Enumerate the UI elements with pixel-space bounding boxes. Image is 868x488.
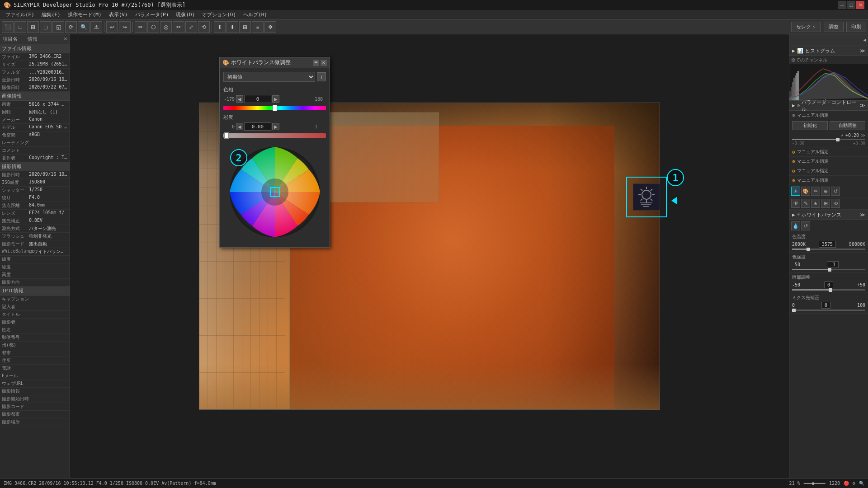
da-val[interactable]: 0 (824, 282, 833, 288)
toolbar-btn-batch[interactable]: ≡ (252, 21, 264, 33)
tool-copy-btn[interactable]: ⊞ (821, 199, 830, 208)
image-info-title: 画像情報 (0, 92, 70, 101)
sat-slider-thumb[interactable] (224, 132, 229, 139)
adjust-button[interactable]: 調整 (824, 22, 844, 32)
exp-slider[interactable] (792, 139, 865, 140)
param-header[interactable]: ▶ ⚙ パラメータ・コントロール ≫ (789, 101, 868, 111)
minimize-button[interactable]: ─ (838, 1, 846, 9)
right-panel-expand[interactable]: ◀ (863, 37, 866, 43)
info-row-shutter: シャッター 1/250 (0, 187, 70, 194)
toolbar-btn-export3[interactable]: ⊞ (239, 21, 251, 33)
sat-value[interactable]: 0.00 (244, 122, 271, 131)
histogram-expand-right[interactable]: ≫ (860, 48, 865, 54)
wb-picker-btn[interactable]: 💧 (791, 221, 800, 230)
toolbar-btn-4[interactable]: ◻ (40, 21, 52, 33)
print-button[interactable]: 印刷 (846, 22, 866, 32)
menu-help[interactable]: ヘルプ(H) (240, 10, 271, 19)
toolbar-btn-1[interactable]: ⬛ (2, 21, 14, 33)
toolbar-btn-6[interactable]: ⟳ (65, 21, 77, 33)
tool-star-btn[interactable]: ★ (811, 199, 820, 208)
status-icon-1[interactable]: 🔴 (844, 481, 849, 486)
select-button[interactable]: セレクト (791, 22, 821, 32)
tool-color-btn[interactable]: 🎨 (801, 187, 810, 196)
dialog-close-button[interactable]: ✕ (321, 60, 327, 66)
ct-val[interactable]: 3575 (819, 241, 836, 248)
toolbar-btn-tool6[interactable]: ⟲ (198, 21, 210, 33)
title-bar-controls: ─ □ ✕ (838, 1, 864, 9)
menu-parameter[interactable]: パラメータ(P) (132, 10, 173, 19)
tool-detail-btn[interactable]: ⊕ (821, 187, 830, 196)
menu-develop[interactable]: 現像(D) (172, 10, 198, 19)
ci-thumb[interactable] (828, 268, 831, 272)
tool-rotate-btn[interactable]: ⟲ (831, 199, 840, 208)
toolbar-btn-7[interactable]: 🔍 (78, 21, 90, 33)
toolbar-redo[interactable]: ↪ (119, 21, 131, 33)
toolbar-btn-export2[interactable]: ⬇ (226, 21, 238, 33)
ml-val[interactable]: 0 (821, 302, 830, 309)
status-zoom-slider[interactable]: ━━━●━━━━ (804, 481, 826, 486)
menu-option[interactable]: オプション(O) (198, 10, 240, 19)
ml-thumb[interactable] (792, 309, 796, 312)
menu-edit[interactable]: 編集(E) (38, 10, 64, 19)
preset-select[interactable]: 初期値 (223, 72, 315, 82)
tool-eye-btn[interactable]: 👁 (791, 199, 800, 208)
menu-view[interactable]: 表示(V) (105, 10, 132, 19)
toolbar-btn-3[interactable]: ⊞ (27, 21, 39, 33)
auto-adjust-button[interactable]: 自動調整 (830, 121, 865, 130)
dialog-menu-button[interactable]: ☰ (313, 60, 319, 66)
toolbar-btn-tool4[interactable]: ✂ (173, 21, 184, 33)
menu-file[interactable]: ファイル(E) (2, 10, 38, 19)
toolbar-btn-tool2[interactable]: ⬡ (147, 21, 159, 33)
main-image-container[interactable]: 🎨 ホワイトバランス微調整 ☰ ✕ 初期値 + (70, 34, 789, 478)
toolbar-btn-2[interactable]: □ (14, 21, 26, 33)
ci-slider[interactable] (792, 269, 865, 270)
wb-expand-right[interactable]: ≫ (860, 212, 865, 218)
sat-increase-btn[interactable]: ▶ (272, 123, 279, 130)
tool-reset-btn[interactable]: ↺ (831, 187, 840, 196)
maximize-button[interactable]: □ (847, 1, 855, 9)
toolbar-btn-5[interactable]: ◱ (52, 21, 64, 33)
info-row-wb: WhiteBalance ホワイトバランス自動 (0, 248, 70, 256)
close-button[interactable]: ✕ (856, 1, 864, 9)
histogram-header[interactable]: ▶ 📊 ヒストグラム ≫ (789, 46, 868, 56)
toolbar-btn-tool3[interactable]: ◎ (160, 21, 172, 33)
tool-wb-btn[interactable]: ☀ (791, 187, 800, 196)
preset-add-button[interactable]: + (317, 72, 326, 81)
status-icon-3[interactable]: 🔍 (859, 481, 864, 486)
manual-spec-rows: ⚙ マニュアル指定 ⚙ マニュアル指定 ⚙ マニュアル指定 ⚙ マニュアル指定 (789, 147, 868, 185)
wb-header[interactable]: ▶ ☀ ホワイトバランス ≫ (789, 210, 868, 220)
init-button[interactable]: 初期化 (792, 121, 828, 130)
hue-decrease-btn[interactable]: ◀ (236, 95, 243, 103)
hue-increase-btn[interactable]: ▶ (272, 95, 279, 103)
toolbar-btn-tool1[interactable]: ✏ (135, 21, 146, 33)
toolbar-btn-tool5[interactable]: ⤢ (185, 21, 197, 33)
hue-slider-track[interactable] (223, 106, 326, 110)
toolbar-btn-misc[interactable]: ✥ (264, 21, 276, 33)
menu-operation-mode[interactable]: 操作モード(M) (64, 10, 105, 19)
sat-slider-track[interactable] (223, 133, 326, 138)
ci-val[interactable]: -1 (827, 261, 839, 268)
toolbar-btn-8[interactable]: ⚠ (90, 21, 102, 33)
color-wheel-dialog: 🎨 ホワイトバランス微調整 ☰ ✕ 初期値 + (219, 57, 330, 248)
wb-tool-icon[interactable] (633, 183, 660, 211)
status-icon-2[interactable]: ⚙ (853, 481, 855, 486)
left-panel-close[interactable]: ✕ (64, 36, 67, 42)
hue-value[interactable]: 0 (244, 95, 271, 103)
exp-row: ⚡ +0.20 ≫ (792, 133, 865, 138)
exp-expand[interactable]: ≫ (861, 133, 865, 138)
app-title: SILKYPIX Developer Studio Pro 10 #7/25(7… (14, 1, 185, 9)
da-slider[interactable] (792, 289, 865, 291)
wb-reset-btn[interactable]: ↺ (801, 221, 810, 230)
tool-pencil-btn[interactable]: ✎ (801, 199, 810, 208)
toolbar-btn-export1[interactable]: ⬆ (214, 21, 226, 33)
tool-tone-btn[interactable]: ✏ (811, 187, 820, 196)
toolbar-undo[interactable]: ↩ (106, 21, 118, 33)
ct-slider[interactable] (792, 249, 865, 250)
param-expand-right[interactable]: ≫ (860, 103, 865, 108)
sat-decrease-btn[interactable]: ◀ (236, 123, 243, 130)
da-thumb[interactable] (829, 288, 832, 292)
ct-thumb[interactable] (807, 248, 810, 251)
exp-thumb[interactable] (836, 138, 840, 141)
hue-slider-thumb[interactable] (273, 105, 277, 111)
ml-slider[interactable] (792, 310, 865, 311)
